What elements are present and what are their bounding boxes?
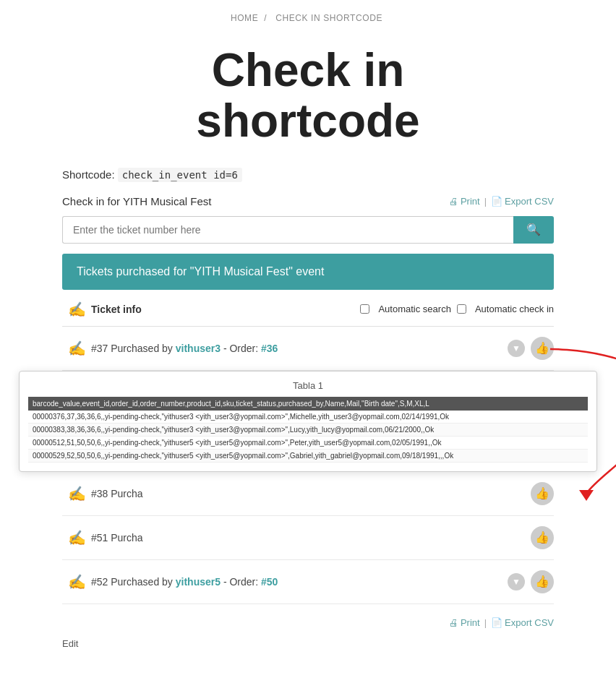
footer-actions: 🖨 Print | 📄 Export CSV [62,604,554,635]
shortcode-label: Shortcode: [62,168,115,181]
search-icon: 🔍 [526,223,541,236]
auto-checkin-checkbox[interactable] [457,304,466,314]
ticket-37-dropdown[interactable]: ▼ [508,340,525,357]
drag-handle-header: ✍ [62,298,91,320]
auto-search-label: Automatic search [378,304,450,314]
ticket-51-check[interactable]: 👍 [531,526,554,549]
csv-row-2-data: 00000383,38,36,36,6,,yi-pending-check,"y… [28,423,588,436]
ticket-51-info: #51 Purcha [91,532,531,544]
ticket-52-dropdown[interactable]: ▼ [508,573,525,590]
ticket-38-action: 👍 [531,482,554,505]
csv-row-1: 00000376,37,36,36,6,,yi-pending-check,"y… [28,411,588,424]
drag-handle-38: ✍ [62,483,91,504]
csv-row-4-data: 00000529,52,50,50,6,,yi-pending-check,"y… [28,449,588,462]
ticket-52-check[interactable]: 👍 [531,570,554,593]
actions-separator: | [484,196,487,207]
checkin-header: Check in for YITH Musical Fest 🖨 Print |… [62,195,554,207]
table-header-row: ✍ Ticket info Automatic search Automatic… [62,290,554,327]
checkin-title: Check in for YITH Musical Fest [62,195,211,207]
csv-row-3-data: 00000512,51,50,50,6,,yi-pending-check,"y… [28,436,588,449]
csv-popup-container: Tabla 1 barcode_value,event_id,order_id,… [62,371,554,472]
csv-popup: Tabla 1 barcode_value,event_id,order_id,… [19,371,597,472]
print-link-bottom[interactable]: 🖨 Print [449,617,480,628]
auto-checkin-label: Automatic check in [475,304,554,314]
col-ticket-info-header: Ticket info [91,304,360,315]
breadcrumb-home[interactable]: HOME [231,13,258,23]
svg-marker-0 [579,490,594,501]
drag-handle-52: ✍ [62,571,91,593]
export-csv-link-top[interactable]: 📄 Export CSV [491,196,554,207]
search-row: 🔍 [62,216,554,244]
search-input[interactable] [62,216,513,244]
ticket-row-52: ✍ #52 Purchased by yithuser5 - Order: #5… [62,560,554,604]
ticket-37-check[interactable]: 👍 [531,337,554,360]
ticket-51-action: 👍 [531,526,554,549]
csv-icon-top: 📄 [491,196,502,207]
export-csv-link-bottom[interactable]: 📄 Export CSV [491,617,554,628]
breadcrumb-current: CHECK IN SHORTCODE [275,13,382,23]
ticket-row-51: ✍ #51 Purcha 👍 [62,516,554,560]
footer-separator: | [484,617,487,628]
drag-handle-37: ✍ [62,338,91,359]
auto-search-checkbox[interactable] [360,304,369,314]
printer-icon-bottom: 🖨 [449,617,458,628]
breadcrumb: HOME / CHECK IN SHORTCODE [0,0,616,30]
csv-header: barcode_value,event_id,order_id,order_nu… [28,397,588,411]
header-actions: 🖨 Print | 📄 Export CSV [449,196,554,207]
csv-row-2: 00000383,38,36,36,6,,yi-pending-check,"y… [28,423,588,436]
csv-popup-title: Tabla 1 [28,380,588,391]
printer-icon: 🖨 [449,196,458,207]
ticket-52-info: #52 Purchased by yithuser5 - Order: #50 [91,576,508,588]
col-checkboxes: Automatic search Automatic check in [360,304,554,314]
tickets-banner: Tickets purchased for "YITH Musical Fest… [62,254,554,290]
ticket-38-info: #38 Purcha [91,488,531,499]
shortcode-value: check_in_event id=6 [118,168,242,182]
csv-row-3: 00000512,51,50,50,6,,yi-pending-check,"y… [28,436,588,449]
search-button[interactable]: 🔍 [513,216,554,244]
ticket-38-check[interactable]: 👍 [531,482,554,505]
page-title: Check in shortcode [0,30,616,168]
csv-row-1-data: 00000376,37,36,36,6,,yi-pending-check,"y… [28,411,588,424]
ticket-row-38: ✍ #38 Purcha 👍 [62,472,554,516]
ticket-37-action: ▼ 👍 [508,337,554,360]
breadcrumb-separator: / [264,13,267,23]
ticket-row: ✍ #37 Purchased by vithuser3 - Order: #3… [62,327,554,371]
print-link-top[interactable]: 🖨 Print [449,196,480,207]
csv-row-4: 00000529,52,50,50,6,,yi-pending-check,"y… [28,449,588,462]
drag-handle-51: ✍ [62,527,91,549]
shortcode-line: Shortcode: check_in_event id=6 [62,168,554,181]
ticket-37-info: #37 Purchased by vithuser3 - Order: #36 [91,343,508,354]
ticket-52-action: ▼ 👍 [508,570,554,593]
csv-table: barcode_value,event_id,order_id,order_nu… [28,397,588,463]
csv-icon-bottom: 📄 [491,617,502,628]
edit-link[interactable]: Edit [62,635,554,663]
